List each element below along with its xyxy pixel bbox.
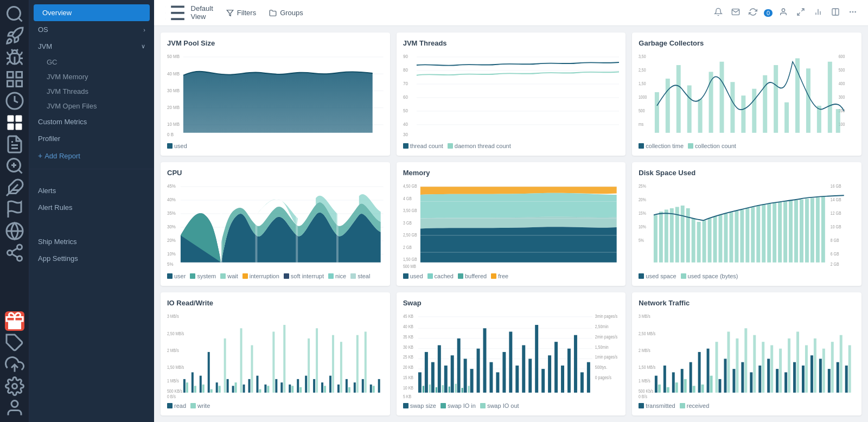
expand-icon[interactable] (794, 5, 807, 21)
svg-rect-101 (836, 109, 840, 133)
svg-rect-169 (789, 201, 793, 263)
svg-rect-279 (574, 335, 577, 392)
nav-item-alerts[interactable]: Alerts (29, 182, 154, 199)
legend-cpu-user-dot (167, 273, 173, 279)
nav-item-overview[interactable]: Overview (34, 4, 150, 21)
svg-rect-278 (567, 348, 571, 392)
legend-collection-count: collection count (688, 143, 736, 149)
svg-text:80: 80 (403, 67, 408, 73)
tag-icon-btn[interactable] (5, 333, 24, 353)
svg-rect-311 (716, 342, 718, 393)
report-icon-btn[interactable] (5, 135, 24, 154)
nav-item-os[interactable]: OS › (29, 21, 154, 38)
legend-daemon-label: daemon thread count (455, 143, 511, 149)
more-icon[interactable] (846, 5, 859, 21)
nav-item-profiler[interactable]: Profiler (29, 130, 154, 147)
bell-icon[interactable] (712, 5, 725, 21)
flag-icon-btn[interactable] (5, 200, 24, 219)
svg-rect-257 (431, 362, 434, 392)
chart-jvm-pool-size: JVM Pool Size 50 MB 40 MB 30 MB 20 MB 10… (161, 33, 390, 156)
mail-icon[interactable] (729, 5, 742, 21)
svg-text:30: 30 (403, 131, 408, 137)
svg-rect-145 (659, 212, 663, 263)
svg-rect-183 (183, 379, 186, 393)
nav-gc-label: GC (47, 58, 58, 66)
svg-rect-271 (522, 345, 525, 392)
nav-item-app-settings[interactable]: App Settings (29, 250, 154, 267)
svg-rect-115 (220, 208, 222, 263)
legend-received-dot (680, 403, 685, 408)
svg-text:15%: 15% (639, 211, 646, 216)
svg-text:40 KB: 40 KB (403, 324, 413, 329)
svg-rect-331 (802, 366, 805, 393)
svg-text:5%: 5% (167, 261, 173, 267)
refresh-icon[interactable] (746, 5, 760, 21)
svg-text:3min pages/s: 3min pages/s (595, 314, 617, 319)
legend-swap-io-in: swap IO in (441, 402, 476, 409)
nav-item-alert-rules[interactable]: Alert Rules (29, 199, 154, 216)
svg-rect-215 (313, 379, 315, 393)
search-icon-btn[interactable] (5, 4, 24, 24)
person-icon[interactable] (777, 5, 790, 21)
svg-line-38 (801, 9, 804, 11)
nav-item-ship-metrics[interactable]: Ship Metrics (29, 233, 154, 250)
svg-text:2,50 MB/s: 2,50 MB/s (639, 331, 655, 336)
svg-rect-190 (210, 389, 213, 392)
bug-icon-btn[interactable] (5, 48, 24, 67)
legend-daemon-thread-count: daemon thread count (448, 143, 511, 149)
default-view-btn[interactable]: Default View (163, 1, 213, 25)
gear-icon-btn[interactable] (5, 376, 24, 396)
legend-cpu-steal: steal (350, 273, 370, 279)
chart-io-legend: read write (167, 402, 384, 409)
svg-rect-330 (796, 331, 799, 392)
svg-rect-260 (450, 355, 454, 393)
connections-icon-btn[interactable] (5, 243, 24, 263)
chart-jvm-threads: JVM Threads 90 80 70 60 50 40 30 (397, 33, 626, 156)
add-report-button[interactable]: + Add Report (29, 147, 154, 164)
plugin-icon-btn[interactable] (5, 178, 24, 197)
nav-item-jvm-open-files[interactable]: JVM Open Files (29, 99, 154, 113)
svg-text:10 MB: 10 MB (167, 122, 180, 127)
nav-jvm-threads-label: JVM Threads (47, 87, 88, 95)
legend-cpu-steal-label: steal (358, 273, 370, 279)
legend-disk-bytes-dot (681, 273, 686, 279)
svg-rect-205 (272, 331, 275, 392)
clock-icon-btn[interactable] (5, 91, 24, 111)
svg-text:2 GB: 2 GB (403, 245, 412, 250)
legend-received-label: received (687, 402, 710, 409)
svg-text:2 MB/s: 2 MB/s (167, 348, 179, 353)
legend-cpu-interruption: interruption (242, 273, 279, 279)
dashboard-icon-btn[interactable] (5, 113, 24, 132)
legend-cpu-system-dot (190, 273, 195, 279)
nav-item-jvm-threads[interactable]: JVM Threads (29, 84, 154, 99)
legend-read-dot (167, 403, 173, 408)
svg-rect-227 (362, 379, 364, 393)
gift-icon-btn[interactable] (5, 311, 24, 331)
svg-rect-303 (681, 369, 684, 393)
analyze-icon-btn[interactable] (5, 156, 24, 176)
grid-icon-btn[interactable] (5, 69, 24, 89)
user-icon-btn[interactable] (5, 398, 24, 418)
filters-btn[interactable]: Filters (226, 9, 256, 17)
nav-item-custom-metrics[interactable]: Custom Metrics (29, 113, 154, 130)
svg-rect-173 (810, 199, 814, 263)
columns-icon[interactable] (829, 5, 842, 21)
nav-item-jvm-memory[interactable]: JVM Memory (29, 69, 154, 84)
groups-btn[interactable]: Groups (269, 9, 303, 17)
legend-io-write: write (190, 402, 210, 409)
chart-disk-legend: used space used space (bytes) (639, 273, 855, 279)
default-view-label: Default View (191, 4, 213, 21)
svg-rect-212 (299, 387, 302, 393)
upload-icon-btn[interactable] (5, 355, 24, 374)
nav-item-gc[interactable]: GC (29, 55, 154, 69)
svg-rect-324 (771, 345, 774, 392)
nav-item-jvm[interactable]: JVM ∨ (29, 38, 154, 55)
chart-memory-legend: used cached buffered free (403, 273, 620, 279)
rocket-icon-btn[interactable] (5, 26, 24, 46)
svg-rect-263 (470, 369, 473, 393)
globe-icon-btn[interactable] (5, 221, 24, 241)
legend-used-dot (167, 143, 173, 149)
svg-rect-165 (768, 204, 771, 263)
svg-rect-91 (731, 82, 735, 133)
chart-icon[interactable] (812, 5, 825, 21)
